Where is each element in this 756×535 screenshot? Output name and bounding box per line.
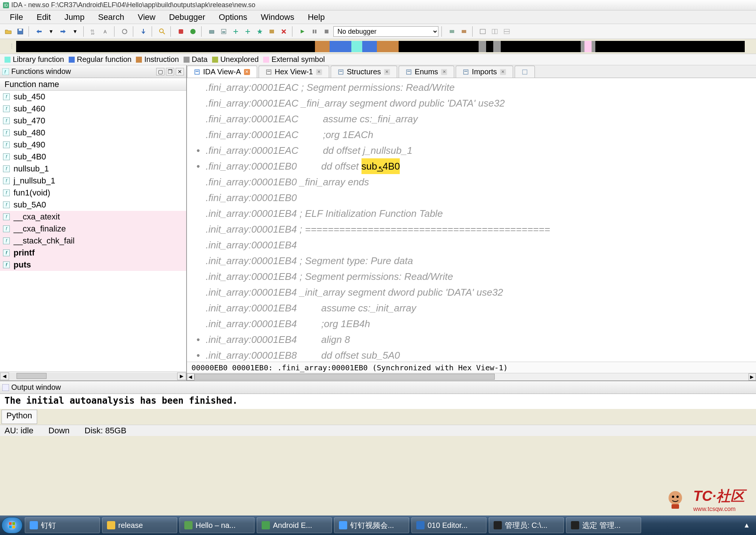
- menu-edit[interactable]: Edit: [30, 11, 57, 24]
- tab-imports[interactable]: Imports✕: [456, 66, 513, 78]
- disasm-line[interactable]: •.init_array:00001EB4 align 8: [187, 332, 756, 347]
- dbg-tool2[interactable]: [459, 26, 469, 37]
- tab-close-button[interactable]: ✕: [500, 69, 506, 75]
- function-item[interactable]: ffun1(void): [0, 187, 186, 199]
- save-button[interactable]: [15, 26, 26, 37]
- menu-windows[interactable]: Windows: [254, 11, 301, 24]
- binary-icon[interactable]: 0110: [89, 26, 99, 37]
- taskbar-item[interactable]: 钉钉视频会...: [334, 517, 409, 533]
- function-item[interactable]: fsub_460: [0, 103, 186, 115]
- tab-close-button[interactable]: ✕: [384, 69, 390, 75]
- function-item[interactable]: fsub_490: [0, 139, 186, 151]
- refresh-icon[interactable]: [119, 26, 130, 37]
- menu-jump[interactable]: Jump: [57, 11, 91, 24]
- star-icon[interactable]: [255, 26, 265, 37]
- plus2-icon[interactable]: [242, 26, 253, 37]
- functions-hscroll[interactable]: ◄ ►: [0, 371, 186, 380]
- menu-file[interactable]: File: [3, 11, 30, 24]
- stop-button[interactable]: [321, 26, 332, 37]
- function-item[interactable]: fj_nullsub_1: [0, 175, 186, 187]
- tool1-icon[interactable]: [206, 26, 217, 37]
- panel-close-button[interactable]: ✕: [176, 68, 184, 75]
- disasm-line[interactable]: .fini_array:00001EB0 _fini_array ends: [187, 174, 756, 190]
- disasm-line[interactable]: .fini_array:00001EAC ;org 1EACh: [187, 127, 756, 143]
- tray-icon[interactable]: ▲: [743, 521, 750, 529]
- panel-restore-button[interactable]: ❐: [166, 68, 174, 75]
- panel-minimize-button[interactable]: ▢: [156, 68, 164, 75]
- disasm-line[interactable]: .fini_array:00001EAC ; Segment permissio…: [187, 80, 756, 95]
- taskbar-item[interactable]: 选定 管理...: [566, 517, 641, 533]
- python-prompt[interactable]: Python: [2, 410, 37, 424]
- function-item[interactable]: fsub_480: [0, 127, 186, 139]
- menu-help[interactable]: Help: [301, 11, 331, 24]
- search-icon[interactable]: [157, 26, 167, 37]
- function-item[interactable]: f__stack_chk_fail: [0, 235, 186, 247]
- disasm-line[interactable]: •.fini_array:00001EAC dd offset j_nullsu…: [187, 143, 756, 158]
- menu-search[interactable]: Search: [91, 11, 131, 24]
- window-tool2[interactable]: [489, 26, 500, 37]
- back-button[interactable]: [34, 26, 44, 37]
- disasm-view[interactable]: .fini_array:00001EAC ; Segment permissio…: [187, 78, 756, 362]
- disasm-line[interactable]: .fini_array:00001EAC _fini_array segment…: [187, 95, 756, 111]
- taskbar-item[interactable]: 010 Editor...: [411, 517, 486, 533]
- down-arrow-icon[interactable]: [138, 26, 149, 37]
- disasm-line[interactable]: •.init_array:00001EB8 dd offset sub_5A0: [187, 347, 756, 362]
- plus1-icon[interactable]: [230, 26, 241, 37]
- tab-close-button[interactable]: ✕: [441, 69, 447, 75]
- text-icon[interactable]: A: [101, 26, 111, 37]
- stop-sign-icon[interactable]: [176, 26, 186, 37]
- menu-view[interactable]: View: [131, 11, 162, 24]
- function-item[interactable]: fprintf: [0, 247, 186, 259]
- tab-close-button[interactable]: ✕: [316, 69, 322, 75]
- tab-overflow[interactable]: [515, 66, 535, 78]
- function-item[interactable]: f__cxa_finalize: [0, 223, 186, 235]
- play-button[interactable]: [297, 26, 308, 37]
- taskbar-item[interactable]: 管理员: C:\...: [489, 517, 564, 533]
- taskbar-item[interactable]: release: [102, 517, 177, 533]
- open-button[interactable]: [3, 26, 14, 37]
- disasm-line[interactable]: .init_array:00001EB4 assume cs:_init_arr…: [187, 300, 756, 316]
- start-button[interactable]: [2, 517, 23, 533]
- forward-dropdown[interactable]: ▾: [70, 26, 80, 37]
- disasm-line[interactable]: .init_array:00001EB4 ; Segment type: Pur…: [187, 253, 756, 269]
- taskbar-item[interactable]: 钉钉: [25, 517, 100, 533]
- window-tool3[interactable]: [501, 26, 512, 37]
- pause-button[interactable]: [309, 26, 320, 37]
- tab-enums[interactable]: Enums✕: [399, 66, 454, 78]
- taskbar-item[interactable]: Android E...: [257, 517, 332, 533]
- function-item[interactable]: fputs: [0, 259, 186, 271]
- function-item[interactable]: fsub_450: [0, 91, 186, 103]
- disasm-line[interactable]: .fini_array:00001EAC assume cs:_fini_arr…: [187, 111, 756, 127]
- window-tool1[interactable]: [477, 26, 488, 37]
- tab-hex-view-1[interactable]: Hex View-1✕: [259, 66, 329, 78]
- dbg-tool1[interactable]: [447, 26, 457, 37]
- taskbar-item[interactable]: Hello – na...: [179, 517, 255, 533]
- run-icon[interactable]: [188, 26, 198, 37]
- disasm-line[interactable]: .init_array:00001EB4 ; =================…: [187, 221, 756, 237]
- menu-debugger[interactable]: Debugger: [162, 11, 212, 24]
- function-item[interactable]: fsub_5A0: [0, 199, 186, 211]
- tab-structures[interactable]: Structures✕: [331, 66, 397, 78]
- function-item[interactable]: f__cxa_atexit: [0, 211, 186, 223]
- disasm-line[interactable]: .init_array:00001EB4 ;org 1EB4h: [187, 316, 756, 332]
- back-dropdown[interactable]: ▾: [46, 26, 56, 37]
- function-item[interactable]: fnullsub_1: [0, 163, 186, 175]
- disasm-line[interactable]: .init_array:00001EB4: [187, 237, 756, 253]
- disasm-line[interactable]: •.fini_array:00001EB0 dd offset sub_4B0↖: [187, 158, 756, 174]
- tab-ida-view-a[interactable]: IDA View-A✕: [187, 66, 257, 78]
- tool2-icon[interactable]: [218, 26, 229, 37]
- debugger-select[interactable]: No debugger: [333, 26, 438, 37]
- tab-close-button[interactable]: ✕: [244, 69, 250, 75]
- disasm-hscroll[interactable]: ◄ ►: [187, 373, 756, 380]
- function-name-column[interactable]: Function name: [0, 78, 186, 91]
- delete-icon[interactable]: [279, 26, 289, 37]
- disasm-line[interactable]: .init_array:00001EB4 _init_array segment…: [187, 284, 756, 300]
- disasm-line[interactable]: .init_array:00001EB4 ; Segment permissio…: [187, 269, 756, 284]
- system-tray[interactable]: ▲: [739, 521, 754, 529]
- function-item[interactable]: fsub_4B0: [0, 151, 186, 163]
- nav-overview[interactable]: [16, 41, 745, 52]
- function-item[interactable]: fsub_470: [0, 115, 186, 127]
- disasm-line[interactable]: .fini_array:00001EB0: [187, 190, 756, 206]
- menu-options[interactable]: Options: [212, 11, 254, 24]
- disasm-line[interactable]: .init_array:00001EB4 ; ELF Initializatio…: [187, 206, 756, 221]
